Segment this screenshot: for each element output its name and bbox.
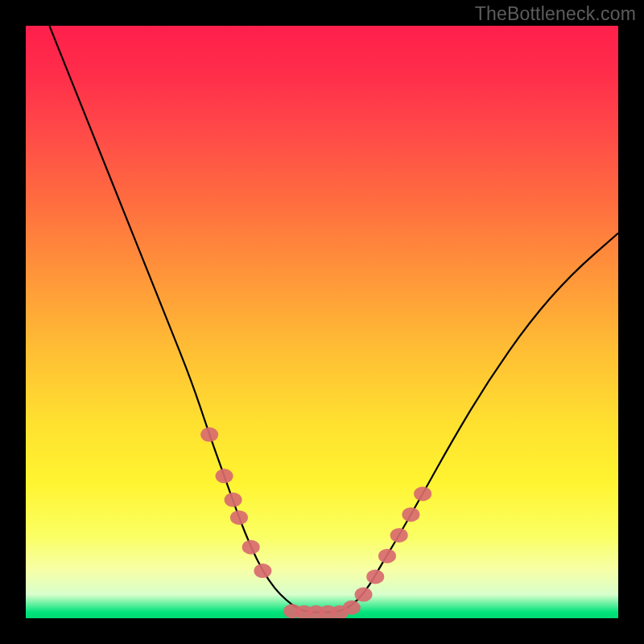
chart-svg: [26, 26, 618, 618]
plot-area: [26, 26, 618, 618]
curve-marker: [254, 564, 271, 578]
curve-marker: [216, 469, 233, 483]
watermark-text: TheBottleneck.com: [475, 3, 636, 25]
curve-marker: [242, 540, 260, 555]
curve-marker: [355, 588, 373, 602]
bottleneck-curve: [49, 26, 618, 613]
curve-marker: [225, 493, 242, 507]
curve-marker: [366, 569, 384, 584]
curve-marker: [230, 510, 248, 525]
curve-marker: [200, 427, 218, 442]
curve-marker: [414, 486, 431, 501]
curve-markers: [200, 427, 431, 618]
curve-marker: [402, 507, 419, 522]
curve-marker: [378, 549, 396, 564]
curve-marker: [343, 601, 361, 615]
chart-frame: TheBottleneck.com: [0, 0, 644, 644]
curve-marker: [390, 528, 408, 543]
